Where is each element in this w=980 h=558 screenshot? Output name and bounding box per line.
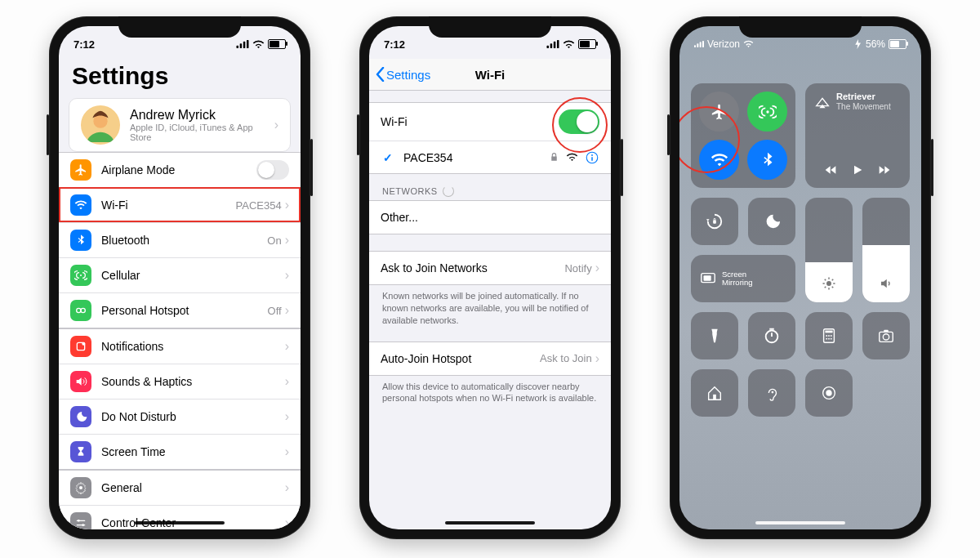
svg-rect-0 xyxy=(237,46,239,48)
svg-rect-44 xyxy=(713,395,716,400)
rotation-lock-button[interactable] xyxy=(691,198,738,245)
do-not-disturb-button[interactable] xyxy=(748,198,795,245)
cellular-data-button[interactable] xyxy=(747,92,787,132)
svg-rect-31 xyxy=(704,275,711,280)
connectivity-tile xyxy=(691,83,795,188)
hearing-button[interactable] xyxy=(748,369,795,417)
home-indicator[interactable] xyxy=(445,521,535,525)
svg-point-37 xyxy=(831,335,832,337)
svg-point-8 xyxy=(81,308,85,312)
other-network-cell[interactable]: Other... xyxy=(369,201,611,234)
airplane-mode-button[interactable] xyxy=(699,92,739,132)
info-icon[interactable] xyxy=(585,150,599,165)
camera-button[interactable] xyxy=(862,312,910,359)
dnd-cell[interactable]: Do Not Disturb › xyxy=(59,399,301,434)
auto-join-cell[interactable]: Auto-Join Hotspot Ask to Join › xyxy=(369,342,611,375)
wifi-signal-icon xyxy=(566,151,578,163)
moon-icon xyxy=(70,406,91,427)
wifi-button[interactable] xyxy=(699,140,739,180)
home-indicator[interactable] xyxy=(135,521,225,525)
networks-header: NETWORKS xyxy=(369,174,611,200)
wifi-content: Wi-Fi ✓ PACE354 NETWORKS Other... xyxy=(369,91,611,529)
autojoin-group: Auto-Join Hotspot Ask to Join › xyxy=(369,341,611,376)
general-cell[interactable]: General › xyxy=(59,471,301,505)
cellular-cell[interactable]: Cellular › xyxy=(59,257,301,292)
ask-value: Notify xyxy=(564,262,591,275)
controlcenter-cell[interactable]: Control Center › xyxy=(59,505,301,529)
screentime-cell[interactable]: Screen Time › xyxy=(59,434,301,469)
home-indicator[interactable] xyxy=(755,521,845,525)
svg-rect-28 xyxy=(713,220,716,224)
volume-slider[interactable] xyxy=(862,198,910,302)
music-tile[interactable]: Retriever The Movement xyxy=(805,83,910,188)
other-label: Other... xyxy=(381,211,599,224)
svg-rect-24 xyxy=(697,43,698,47)
autojoin-label: Auto-Join Hotspot xyxy=(381,352,540,365)
screen-record-button[interactable] xyxy=(805,369,853,417)
lock-icon xyxy=(549,152,559,163)
airplane-toggle[interactable] xyxy=(256,160,289,180)
timer-button[interactable] xyxy=(748,312,795,359)
bluetooth-value: On xyxy=(267,234,281,247)
svg-point-38 xyxy=(826,338,827,340)
svg-rect-22 xyxy=(591,157,593,161)
wifi-toggle-label: Wi-Fi xyxy=(381,115,559,128)
bluetooth-button[interactable] xyxy=(747,140,787,180)
calculator-button[interactable] xyxy=(805,312,853,359)
svg-point-39 xyxy=(828,338,830,340)
notifications-icon xyxy=(70,336,91,357)
chevron-right-icon: › xyxy=(285,516,289,529)
profile-name: Andrew Myrick xyxy=(130,108,274,123)
airplane-mode-cell[interactable]: Airplane Mode xyxy=(59,153,301,187)
svg-point-10 xyxy=(82,342,85,346)
ask-group: Ask to Join Networks Notify › xyxy=(369,251,611,285)
sounds-cell[interactable]: Sounds & Haptics › xyxy=(59,364,301,399)
wifi-value: PACE354 xyxy=(236,199,282,212)
notifications-cell[interactable]: Notifications › xyxy=(59,329,301,364)
wifi-icon xyxy=(70,194,91,216)
ask-to-join-cell[interactable]: Ask to Join Networks Notify › xyxy=(369,252,611,284)
connected-network-cell[interactable]: ✓ PACE354 xyxy=(369,141,611,173)
notch xyxy=(118,16,241,38)
svg-rect-3 xyxy=(247,40,249,48)
sounds-label: Sounds & Haptics xyxy=(101,375,285,388)
svg-rect-15 xyxy=(77,525,86,525)
brightness-slider[interactable] xyxy=(805,198,853,302)
chevron-right-icon: › xyxy=(274,118,278,132)
svg-rect-1 xyxy=(240,43,243,48)
wifi-cell[interactable]: Wi-Fi PACE354 › xyxy=(59,187,301,222)
next-track-icon[interactable] xyxy=(877,163,890,176)
wifi-toggle-group: Wi-Fi ✓ PACE354 xyxy=(369,102,611,174)
flashlight-button[interactable] xyxy=(691,312,738,359)
wifi-toggle-cell[interactable]: Wi-Fi xyxy=(369,103,611,141)
hotspot-cell[interactable]: Personal Hotspot Off › xyxy=(59,292,301,328)
svg-point-45 xyxy=(772,391,774,394)
svg-point-27 xyxy=(766,110,768,113)
chevron-right-icon: › xyxy=(285,339,289,354)
cellular-icon xyxy=(70,265,91,286)
chevron-left-icon xyxy=(376,67,385,82)
home-button[interactable] xyxy=(691,369,738,417)
ask-footer: Known networks will be joined automatica… xyxy=(369,285,611,330)
prev-track-icon[interactable] xyxy=(825,163,838,176)
apple-id-cell[interactable]: Andrew Myrick Apple ID, iCloud, iTunes &… xyxy=(69,99,290,151)
play-icon[interactable] xyxy=(851,163,864,176)
brightness-icon xyxy=(822,276,836,294)
wifi-toggle[interactable] xyxy=(559,109,599,134)
svg-point-32 xyxy=(766,331,778,343)
phone-frame-wifi: 7:12 Settings Wi-Fi Wi-Fi ✓ xyxy=(359,16,621,539)
back-button[interactable]: Settings xyxy=(376,67,430,82)
svg-rect-16 xyxy=(547,46,550,48)
carrier-label: Verizon xyxy=(707,38,740,50)
bluetooth-cell[interactable]: Bluetooth On › xyxy=(59,222,301,257)
chevron-right-icon: › xyxy=(285,409,289,424)
networks-group: Other... xyxy=(369,200,611,234)
chevron-right-icon: › xyxy=(285,303,289,318)
svg-point-11 xyxy=(79,486,82,489)
chevron-right-icon: › xyxy=(285,268,289,283)
screen-mirroring-button[interactable]: Screen Mirroring xyxy=(691,255,795,302)
phone-frame-control-center: Verizon 56% xyxy=(670,16,931,539)
svg-rect-43 xyxy=(884,330,889,333)
airplane-label: Airplane Mode xyxy=(101,163,256,176)
svg-rect-19 xyxy=(557,40,559,48)
